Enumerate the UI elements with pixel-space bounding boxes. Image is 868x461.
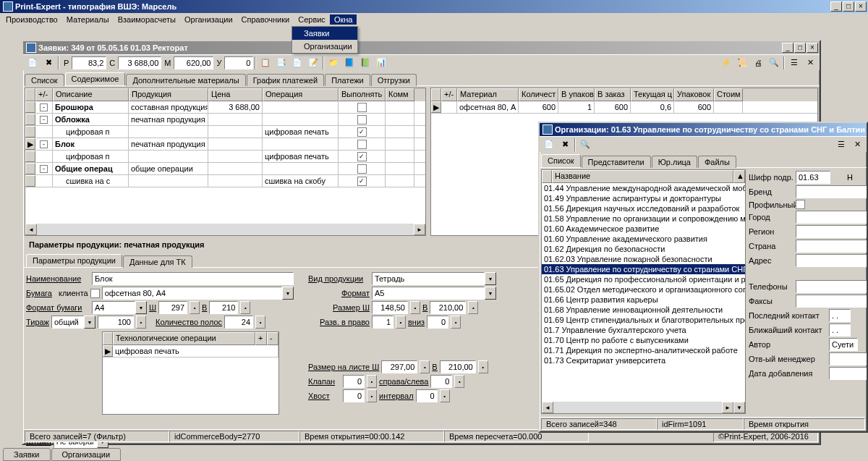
field-name[interactable] [92, 272, 294, 285]
paper-dropdown-icon[interactable]: ▼ [282, 287, 294, 300]
tool-calc-icon[interactable]: ⚡ [718, 56, 734, 70]
org-hscroll[interactable]: ◄►▼ [542, 402, 745, 413]
tirage-spin[interactable]: • [136, 316, 146, 329]
tool-d-icon[interactable]: 📝 [305, 56, 321, 70]
org-list-icon[interactable]: ☰ [833, 138, 849, 152]
dropdown-organizations[interactable]: Организации [292, 40, 357, 53]
requests-maximize[interactable]: □ [794, 43, 806, 53]
org-list-item[interactable]: 01.7 Управление бухгалтерского учета [542, 325, 745, 335]
field-tirage[interactable] [98, 316, 134, 329]
org-list-item[interactable]: 01.56 Дирекция научных исследований и ра… [542, 203, 745, 213]
col2-cost[interactable]: Стоим [714, 88, 743, 101]
org-list-scroll-up-icon[interactable]: ▲ [733, 170, 745, 183]
org-tab-files[interactable]: Файлы [698, 156, 736, 168]
org-list-item[interactable]: 01.60 Академическое развитие [542, 224, 745, 234]
product-row[interactable]: цифровая пцифровая печать✓ [25, 126, 425, 138]
org-list-item[interactable]: 01.73 Секритариат университета [542, 355, 745, 365]
tab-list[interactable]: Список [25, 74, 64, 86]
org-list-item[interactable]: 01.66 Центр развития карьеры [542, 295, 745, 305]
col2-expand[interactable]: +/- [441, 88, 457, 101]
tool-g-icon[interactable]: 📗 [357, 56, 373, 70]
field-country[interactable] [796, 240, 868, 253]
menu-organizations[interactable]: Организации [180, 14, 237, 25]
col-op[interactable]: Операция [263, 88, 339, 101]
org-list-header[interactable]: Название [552, 170, 733, 183]
field-last[interactable] [829, 309, 851, 322]
col2-order[interactable]: В заказ [595, 88, 631, 101]
field-phone[interactable] [796, 280, 868, 293]
field-size-w[interactable] [372, 301, 408, 314]
field-format[interactable] [92, 301, 135, 314]
pages-spin[interactable]: • [255, 316, 265, 329]
col2-qty[interactable]: Количест [519, 88, 558, 101]
format2-dropdown-icon[interactable]: ▼ [485, 287, 496, 300]
taskbar-organizations[interactable]: Организации [51, 448, 122, 461]
field-sheet-h[interactable] [440, 360, 476, 373]
org-list-item[interactable]: 01.71 Дирекция по экспертно-аналитическо… [542, 345, 745, 355]
field-brand[interactable] [796, 185, 868, 198]
delete-icon[interactable]: ✖ [41, 56, 56, 70]
field-region[interactable] [796, 225, 868, 238]
tab-addmat[interactable]: Дополнительные материалы [126, 74, 245, 86]
tech-op-row[interactable]: ▶ цифровая печать [103, 345, 278, 358]
col-run[interactable]: Выполнять [339, 88, 386, 101]
tech-ops-header[interactable]: Технологические операции [113, 332, 255, 345]
field-y[interactable] [224, 56, 253, 69]
menu-service[interactable]: Сервис [294, 14, 330, 25]
org-del-icon[interactable]: ✖ [557, 138, 573, 152]
products-grid[interactable]: +/- Описание Продукция Цена Операция Вып… [25, 88, 426, 236]
razv2-spin[interactable]: • [451, 316, 461, 329]
field-c[interactable] [118, 56, 161, 69]
product-row[interactable]: ▶-Блокпечатная продукция [25, 138, 425, 151]
client-checkbox[interactable] [90, 289, 100, 298]
org-list-item[interactable]: 01.44 Управление международной академиче… [542, 183, 745, 193]
tab-params[interactable]: Параметры продукции [26, 254, 122, 267]
field-city[interactable] [796, 211, 868, 224]
tool-c-icon[interactable]: 📄 [289, 56, 305, 70]
col-comm[interactable]: Комм [386, 88, 414, 101]
col-expand[interactable]: +/- [35, 88, 53, 101]
field-tail2[interactable] [416, 389, 438, 402]
product-row[interactable]: -Брошюрасоставная продукция3 688,00 [25, 101, 425, 114]
requests-minimize[interactable]: _ [782, 43, 793, 53]
field-razv[interactable] [372, 316, 393, 329]
col2-pack[interactable]: В упаков [558, 88, 595, 101]
tool-f-icon[interactable]: 📘 [341, 56, 357, 70]
field-razv2[interactable] [427, 316, 448, 329]
taskbar-requests[interactable]: Заявки [3, 448, 51, 461]
org-list-item[interactable]: 01.65.02 Отдел методического и организац… [542, 284, 745, 295]
type-dropdown-icon[interactable]: ▼ [485, 272, 496, 285]
tab-content[interactable]: Содержимое [65, 72, 126, 85]
flap-spin[interactable]: • [367, 375, 377, 388]
product-row[interactable]: сшивка на ссшивка на скобу✓ [25, 175, 425, 187]
field-h[interactable] [209, 301, 238, 314]
tirage-mode-dropdown-icon[interactable]: ▼ [84, 316, 95, 329]
maximize-button[interactable]: □ [843, 1, 854, 12]
dropdown-requests[interactable]: Заявки [292, 27, 357, 40]
product-row[interactable]: цифровая пцифровая печать✓ [25, 151, 425, 163]
org-list-item[interactable]: 01.69 Центр стипендиальных и благотворит… [542, 315, 745, 325]
org-list[interactable]: Название ▲ 01.44 Управление международно… [541, 169, 746, 414]
new-icon[interactable]: 📄 [25, 56, 41, 70]
org-tab-legal[interactable]: Юр.лица [652, 156, 697, 168]
col-prod[interactable]: Продукция [129, 88, 208, 101]
profile-checkbox[interactable] [796, 200, 805, 209]
org-tab-reps[interactable]: Представители [582, 156, 651, 168]
field-code[interactable] [796, 171, 830, 184]
field-addr[interactable] [796, 254, 868, 267]
tool-e-icon[interactable]: 📁 [326, 56, 341, 70]
field-next[interactable] [829, 323, 851, 337]
field-pages[interactable] [224, 316, 253, 329]
org-list-item[interactable]: 01.60 Управление академического развития [542, 234, 745, 244]
tech-ops-grid[interactable]: Технологические операции + - ▶ цифровая … [102, 331, 279, 415]
field-tirage-mode[interactable] [51, 316, 84, 329]
org-new-icon[interactable]: 📄 [541, 138, 557, 152]
menu-directories[interactable]: Справочники [237, 14, 294, 25]
shh-spin[interactable]: • [478, 360, 488, 373]
tool-log-icon[interactable]: 📜 [734, 56, 750, 70]
col2-mat[interactable]: Материал [457, 88, 519, 101]
flap2-spin[interactable]: • [454, 375, 464, 388]
tab-payments[interactable]: Платежи [325, 74, 370, 86]
org-list-item[interactable]: 01.58 Управление по организации и сопров… [542, 213, 745, 224]
org-list-item[interactable]: 01.68 Управление инновационной деятельно… [542, 305, 745, 315]
